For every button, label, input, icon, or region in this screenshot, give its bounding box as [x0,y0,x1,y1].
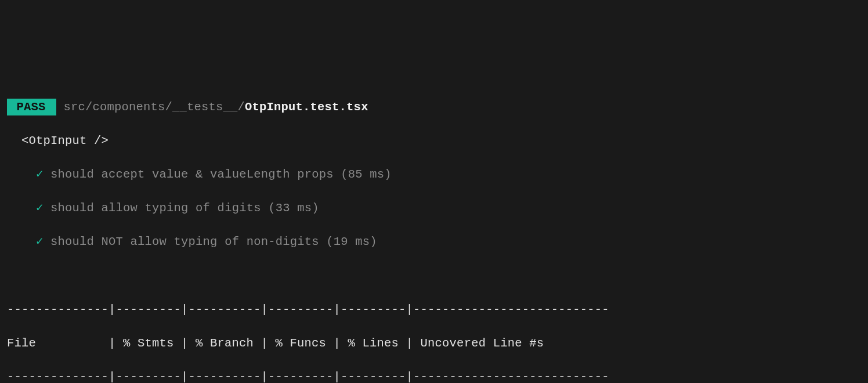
check-icon: ✓ [36,235,44,248]
test-path-file: OtpInput.test.tsx [245,100,368,114]
test-result: ✓ should NOT allow typing of non-digits … [7,233,861,250]
test-file-header: PASS src/components/__tests__/OtpInput.t… [7,99,861,115]
describe-block: <OtpInput /> [7,132,861,149]
test-description: should allow typing of digits (33 ms) [50,201,319,215]
test-path-dir: src/components/__tests__/ [64,100,245,114]
test-result: ✓ should allow typing of digits (33 ms) [7,200,861,216]
blank-line [7,268,861,284]
check-icon: ✓ [36,201,44,215]
test-description: should NOT allow typing of non-digits (1… [50,235,377,248]
pass-badge: PASS [7,99,56,115]
coverage-border: --------------|---------|----------|----… [7,368,861,383]
coverage-header: File | % Stmts | % Branch | % Funcs | % … [7,335,861,352]
terminal-output: PASS src/components/__tests__/OtpInput.t… [7,81,861,383]
check-icon: ✓ [36,168,44,181]
describe-name: <OtpInput /> [21,134,108,147]
test-result: ✓ should accept value & valueLength prop… [7,166,861,183]
test-description: should accept value & valueLength props … [50,168,392,181]
coverage-border: --------------|---------|----------|----… [7,301,861,318]
